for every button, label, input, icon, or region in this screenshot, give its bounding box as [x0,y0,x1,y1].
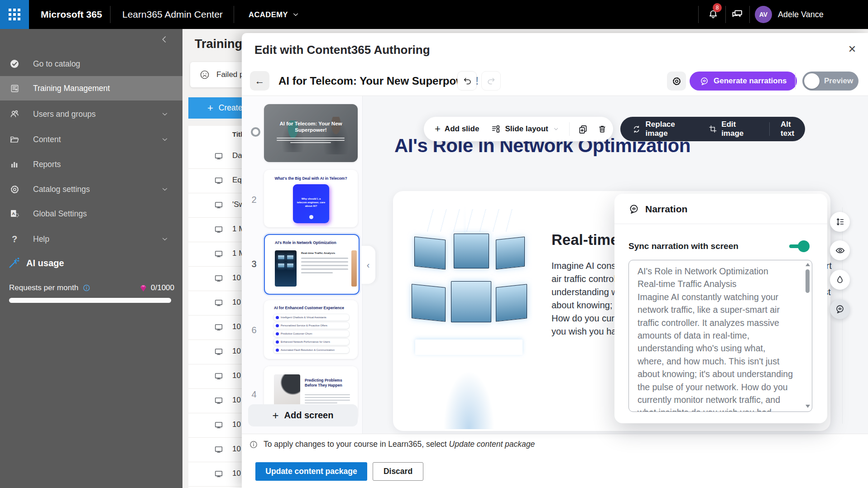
accessibility-view-button[interactable] [830,240,850,260]
slide-image[interactable] [405,205,532,429]
thumbnail-title: AI for Telecom: Your New Superpower! [269,120,353,134]
topbar-divider [698,6,699,23]
slide-thumbnail-3-selected[interactable]: AI's Role in Network Optimization Real-t… [264,234,360,295]
slide-thumbnail-6[interactable]: AI for Enhanced Customer Experience Inte… [264,300,358,359]
modal-footer: To apply changes to your course in Learn… [242,434,868,488]
narration-bubble-icon [628,204,639,215]
sidebar-item-training-management[interactable]: Training Management [0,76,182,100]
app-launcher-button[interactable] [0,0,29,29]
settings-button[interactable] [667,72,686,91]
sidebar-item-reports[interactable]: Reports [0,152,182,177]
sad-face-icon [199,69,210,80]
back-arrow-icon: ← [255,75,265,87]
sidebar-item-users-and-groups[interactable]: Users and groups [0,102,182,126]
trash-icon [597,124,607,134]
slide-thumbnail-2[interactable]: What's the Big Deal with AI in Telecom? … [264,170,358,227]
generate-narrations-label: Generate narrations [714,77,787,86]
close-button[interactable]: ✕ [844,41,860,57]
users-icon [8,109,21,120]
sidebar-item-label: Go to catalog [33,59,80,69]
thumbnail-title: What's the Big Deal with AI in Telecom? [269,176,353,181]
plus-icon: + [273,409,279,422]
folder-icon [8,134,21,145]
notifications-button[interactable]: 8 [705,7,721,22]
edit-image-button[interactable]: Edit image [709,120,758,138]
account-menu[interactable]: AV Adele Vance [755,0,824,29]
sidebar-item-global-settings[interactable]: A Global Settings [0,201,182,226]
narration-text: AI's Role in Network Optimization Real-t… [638,265,794,412]
topbar-divider [725,6,726,23]
course-monitor-icon [214,396,224,406]
course-title-cell: 10 [232,445,241,454]
course-title-cell: 10 [232,347,241,356]
course-monitor-icon [214,200,224,210]
toolbar-divider [795,73,796,89]
sidebar-item-help[interactable]: ? Help [0,227,182,251]
info-icon[interactable] [82,284,91,292]
slide-toolbar: + Add slide Slide layout [424,117,613,141]
narration-textarea[interactable]: AI's Role in Network Optimization Real-t… [628,260,812,412]
course-monitor-icon [214,249,224,259]
reorder-icon [835,217,845,227]
slide-layout-button[interactable]: Slide layout [491,124,559,134]
sidebar-item-catalog-settings[interactable]: Catalog settings [0,177,182,201]
add-screen-label: Add screen [284,410,334,421]
undo-icon [462,76,472,86]
sidebar-item-go-to-catalog[interactable]: Go to catalog [0,52,182,76]
scrollbar-thumb[interactable] [806,269,810,293]
duplicate-slide-button[interactable] [578,124,588,134]
course-title-cell: 10 [232,298,241,307]
collapse-slide-panel-button[interactable]: ‹ [361,246,375,284]
preview-label: Preview [824,77,853,86]
redo-button[interactable] [481,71,501,91]
slide-thumbnail-1[interactable]: AI for Telecom: Your New Superpower! [264,104,358,162]
ai-usage-section[interactable]: AI usage [7,256,64,270]
sidebar-item-content[interactable]: Content [0,127,182,152]
theme-colors-button[interactable] [830,270,850,290]
scroll-up-icon[interactable] [806,263,810,266]
generate-narrations-button[interactable]: Generate narrations [690,72,797,91]
course-title-cell: 10 [232,396,241,405]
sidebar-item-label: Users and groups [33,110,96,119]
narration-panel-button-active[interactable] [830,299,850,319]
replace-image-button[interactable]: Replace image [632,120,696,138]
sync-toggle-knob[interactable] [798,240,810,252]
panel-divider [614,224,827,224]
update-content-package-button[interactable]: Update content package [255,462,367,481]
alt-text-button[interactable]: Alt text [781,120,805,138]
bar-chart-icon [8,159,21,169]
undo-button[interactable] [457,71,477,91]
sidebar-collapse-button[interactable] [159,34,169,44]
delete-slide-button[interactable] [597,124,607,134]
preview-toggle[interactable]: Preview [802,72,858,91]
app-title[interactable]: Learn365 Admin Center [122,0,223,29]
narration-bubble-icon [835,304,845,314]
course-title-cell: 10 [232,273,241,282]
scroll-down-icon[interactable] [806,405,810,408]
tenant-menu[interactable]: ACADEMY [249,0,300,29]
chat-button[interactable] [731,8,745,22]
sidebar-item-label: Reports [33,160,61,169]
thumbnail-right-image [351,250,357,287]
avatar: AV [755,6,772,23]
catalog-check-icon [8,58,21,69]
add-screen-button[interactable]: + Add screen [248,404,358,426]
brand-title[interactable]: Microsoft 365 [41,0,102,29]
crop-icon [709,124,717,134]
discard-button[interactable]: Discard [373,462,423,481]
narration-bubble-icon [700,77,709,86]
duplicate-icon [578,124,588,134]
edit-image-label: Edit image [721,120,758,138]
sidebar-item-label: Help [33,234,49,244]
textarea-scrollbar[interactable] [805,261,810,410]
back-button[interactable]: ← [250,71,269,91]
content365-authoring-modal: Edit with Content365 Authoring ✕ ← AI fo… [242,33,868,488]
thumbnail-subheading: Real-time Traffic Analysis [301,251,335,254]
replace-refresh-icon [632,124,641,134]
course-monitor-icon [214,322,224,332]
chevron-down-icon [161,110,169,118]
waffle-icon [9,9,20,20]
footer-note: To apply changes to your course in Learn… [264,440,535,449]
reorder-screens-button[interactable] [830,212,850,232]
add-slide-button[interactable]: + Add slide [435,123,479,135]
